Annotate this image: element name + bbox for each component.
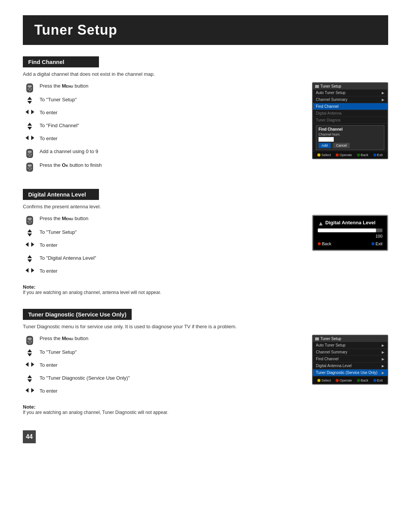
step-row: To "Tuner Setup" (23, 228, 301, 239)
step-text: To "Tuner Setup" (40, 96, 77, 104)
channel-input (319, 137, 334, 142)
step-text: To "Tuner Setup" (40, 228, 77, 236)
footer-exit: Exit (373, 153, 383, 157)
step-row: To enter (23, 135, 301, 145)
tuner-diagnostic-steps: Press the Menu button To "Tuner Setup" (23, 335, 301, 400)
remote-icon (23, 149, 37, 159)
svg-point-23 (29, 220, 30, 221)
add-button[interactable]: Add (319, 143, 331, 148)
diagnostic-screenshot: Tuner Setup Auto Tuner Setup▶ Channel Su… (312, 335, 388, 385)
green-dot (357, 379, 360, 382)
svg-point-3 (30, 88, 32, 90)
footer-operate: Operate (336, 153, 352, 157)
svg-rect-25 (28, 338, 32, 340)
step-text: To "Tuner Diagnostic (Service Use Only)" (40, 374, 130, 382)
blue-dot (371, 242, 374, 245)
step-text: To enter (40, 241, 57, 249)
step-text: Press the Ok button to finish (40, 161, 102, 169)
red-dot (336, 153, 339, 157)
step-row: To enter (23, 361, 301, 372)
svg-point-21 (30, 221, 32, 222)
step-text: To enter (40, 361, 57, 369)
svg-point-15 (30, 168, 32, 169)
step-text: To enter (40, 267, 57, 275)
svg-rect-7 (28, 151, 32, 153)
footer-label: Operate (339, 153, 352, 157)
step-text: To "Tuner Setup" (40, 348, 77, 356)
svg-point-14 (27, 168, 29, 169)
svg-point-28 (29, 342, 30, 344)
lr-arrows-icon (23, 268, 37, 273)
ud-arrows-icon (23, 349, 37, 356)
panel-title: Tuner Setup (320, 84, 341, 88)
find-channel-content: Press the Menu button To "Tuner Setup" (23, 82, 388, 175)
step-text: To enter (40, 135, 57, 142)
footer-operate: Operate (336, 379, 352, 382)
remote-icon (23, 335, 37, 346)
cancel-button[interactable]: Cancel (333, 143, 350, 148)
footer-exit: Exit (371, 241, 382, 246)
blue-dot (373, 379, 376, 382)
panel-menu-item-highlighted: Tuner Diagnostic (Service Use Only)▶ (313, 369, 387, 376)
footer-label: Select (321, 379, 331, 382)
panel-footer: Select Operate Back Exit (313, 152, 387, 158)
step-row: Press the Menu button (23, 215, 301, 226)
step-text: Press the Menu button (40, 215, 88, 222)
ud-arrows-icon (23, 255, 37, 262)
input-label: Channel Num. (319, 133, 341, 136)
footer-back: Back (357, 379, 368, 382)
yellow-dot (317, 379, 320, 382)
svg-point-5 (29, 87, 30, 89)
step-row: Add a channel using 0 to 9 (23, 148, 301, 159)
digital-antenna-header: Digital Antenna Level (23, 189, 99, 200)
inner-row (319, 137, 382, 142)
ud-arrows-icon (23, 97, 37, 104)
note-label: Note: (23, 404, 388, 410)
svg-point-9 (30, 154, 32, 155)
tuner-diagnostic-desc: Tuner Diagnostic menu is for service use… (23, 324, 388, 329)
red-dot (318, 242, 321, 245)
step-row: Press the Menu button (23, 335, 301, 346)
panel-menu-item: Digital Antenna Level▶ (313, 363, 387, 369)
find-channel-steps: Press the Menu button To "Tuner Setup" (23, 82, 301, 175)
footer-label: Select (321, 153, 331, 157)
panel-menu-item: Find Channel▶ (313, 356, 387, 363)
lr-arrows-icon (23, 388, 37, 393)
lr-arrows-icon (23, 136, 37, 140)
digital-antenna-note: Note: If you are watching an analog chan… (23, 284, 388, 295)
find-channel-inner-box: Find Channel Channel Num. Add Cancel (316, 125, 384, 150)
ud-arrows-icon (23, 123, 37, 130)
tv-icon (315, 337, 319, 340)
panel-footer: Select Operate Back Exit (313, 377, 387, 384)
step-text: To enter (40, 109, 57, 117)
svg-rect-13 (28, 165, 32, 166)
antenna-signal-bar (318, 228, 382, 232)
step-text: Press the Menu button (40, 82, 88, 90)
tuner-diagnostic-section: Tuner Diagnostic (Service Use Only) Tune… (23, 309, 388, 415)
lr-arrows-icon (23, 362, 37, 367)
step-row: Press the Ok button to finish (23, 161, 301, 173)
green-dot (357, 153, 360, 157)
antenna-panel-title: Digital Antenna Level (325, 220, 376, 225)
panel-menu-item: Channel Summary▶ (313, 96, 387, 103)
step-row: To "Tuner Setup" (23, 96, 301, 107)
find-channel-section: Find Channel Add a digital channel that … (23, 56, 388, 175)
lr-arrows-icon (23, 110, 37, 114)
inner-box-title: Find Channel (319, 127, 382, 131)
step-row: To "Digital Antenna Level" (23, 254, 301, 265)
antenna-screenshot: ▲ Digital Antenna Level 100 Back Exit (312, 215, 388, 251)
panel-menu-item-highlighted: Find Channel (313, 103, 387, 110)
footer-back: Back (357, 153, 368, 157)
panel-menu-item: Auto Tuner Setup▶ (313, 342, 387, 349)
digital-antenna-steps: Press the Menu button To "Tuner Setup" (23, 215, 301, 280)
step-text: Press the Menu button (40, 335, 88, 342)
panel-menu-item: Channel Summary▶ (313, 349, 387, 356)
footer-label: Back (361, 379, 368, 382)
svg-point-29 (29, 340, 30, 341)
panel-buttons: Add Cancel (319, 143, 382, 148)
step-row: To enter (23, 387, 301, 398)
ud-arrows-icon (23, 375, 37, 382)
footer-label: Exit (377, 153, 383, 157)
step-text: To "Digital Antenna Level" (40, 254, 96, 262)
note-text: If you are watching an analog channel, T… (23, 410, 388, 415)
